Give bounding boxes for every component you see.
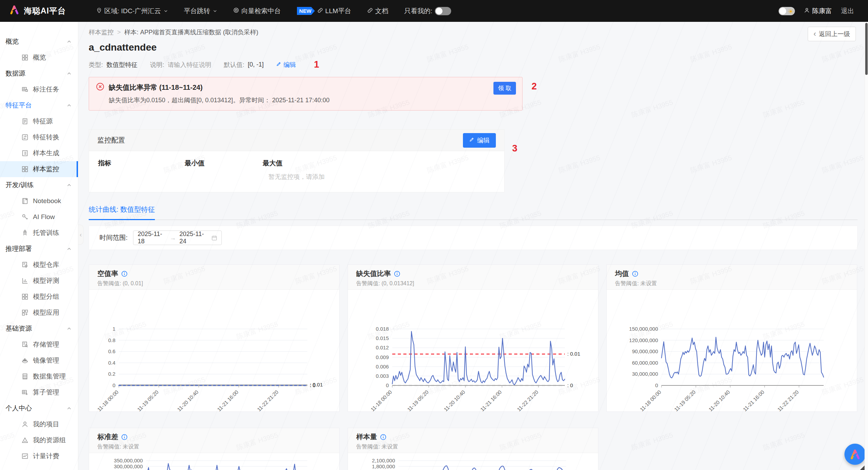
chart-title: 样本量 — [356, 432, 377, 442]
sidebar-item-my-resource-group[interactable]: 我的资源组 — [0, 432, 78, 448]
sidebar-item-sample-monitor[interactable]: 样本监控 — [0, 161, 78, 177]
sidebar-item-managed-training[interactable]: 托管训练 — [0, 225, 78, 241]
breadcrumb-separator: > — [117, 29, 121, 36]
sidebar-group-header[interactable]: 推理部署 — [0, 241, 78, 257]
person-icon — [804, 7, 810, 15]
sidebar-item-sample-generate[interactable]: 样本生成 — [0, 145, 78, 161]
sidebar-item-feature-source[interactable]: 特征源 — [0, 113, 78, 129]
svg-text:11-18 00:00: 11-18 00:00 — [369, 389, 393, 411]
only-mine-control: 只看我的: — [404, 7, 451, 16]
sidebar-item-model-repo[interactable]: 模型仓库 — [0, 257, 78, 273]
chevron-down-icon — [213, 7, 217, 15]
svg-text:11-20 10:40: 11-20 10:40 — [442, 389, 466, 411]
sidebar-item-model-group[interactable]: 模型分组 — [0, 289, 78, 305]
billing-icon — [21, 453, 28, 460]
svg-text:0.018: 0.018 — [376, 326, 389, 332]
sample-monitor-icon — [21, 166, 28, 173]
info-icon[interactable] — [121, 434, 128, 440]
edit-feature-button[interactable]: 编辑 — [276, 61, 296, 69]
sidebar-group-header[interactable]: 个人中心 — [0, 400, 78, 416]
svg-text:150,000,000: 150,000,000 — [629, 326, 658, 332]
app-logo[interactable]: 海聪AI平台 — [9, 5, 66, 17]
calendar-icon — [211, 235, 217, 241]
svg-text:0.003: 0.003 — [376, 373, 389, 379]
sidebar: 概览概览数据源标注任务特征平台特征源特征转换样本生成样本监控开发/训练Noteb… — [0, 22, 78, 470]
sidebar-group-header[interactable]: 开发/训练 — [0, 177, 78, 193]
sidebar-item-model-eval[interactable]: 模型评测 — [0, 273, 78, 289]
theme-toggle[interactable] — [779, 7, 795, 15]
my-resources-icon — [21, 437, 28, 444]
managed-training-icon — [21, 229, 28, 236]
chevron-up-icon — [67, 406, 72, 411]
sidebar-collapse-handle[interactable]: ‹ — [78, 225, 84, 245]
feature-source-icon — [21, 118, 28, 125]
feature-meta: 类型: 数值型特征 说明: 请输入特征说明 默认值: [0, -1] 编辑 1 — [89, 59, 858, 70]
chart-card-sample-count: 样本量告警阈值: 未设置0300,000600,000900,0001,200,… — [348, 428, 598, 470]
sidebar-item-dataset-mgmt[interactable]: 数据集管理 — [0, 368, 78, 384]
feature-transform-icon — [21, 134, 28, 141]
type-value: 数值型特征 — [106, 61, 138, 69]
model-repo-icon — [21, 261, 28, 268]
chart-card-null-rate: 空值率告警阈值: (0, 0.01]00.20.40.60.8111-18 00… — [89, 264, 340, 412]
sidebar-item-model-app[interactable]: 模型应用 — [0, 305, 78, 321]
sidebar-item-billing[interactable]: 计量计费 — [0, 448, 78, 464]
monitor-config-table: 指标 最小值 最大值 暂无监控项，请添加 — [89, 151, 504, 192]
breadcrumb-root-link[interactable]: 样本监控 — [89, 28, 114, 36]
chart-plot-missing-rate: 00.0030.0060.0090.0120.0150.01811-18 00:… — [348, 290, 598, 413]
info-icon[interactable] — [380, 434, 386, 440]
svg-text:0.009: 0.009 — [376, 354, 389, 360]
sidebar-group-header[interactable]: 概览 — [0, 34, 78, 50]
dataset-icon — [21, 373, 28, 380]
sidebar-item-my-projects[interactable]: 我的项目 — [0, 416, 78, 432]
tab-stat-curve[interactable]: 统计曲线: 数值型特征 — [89, 205, 155, 220]
filter-panel: 时间范围: 2025-11-18 → 2025-11-24 — [89, 226, 858, 250]
platform-jump-menu[interactable]: 平台跳转 — [184, 7, 217, 16]
logout-button[interactable]: 退出 — [841, 7, 854, 16]
user-menu[interactable]: 陈康富 — [804, 7, 832, 16]
svg-text:11-22 21:20: 11-22 21:20 — [776, 389, 800, 411]
target-icon — [233, 7, 239, 15]
error-circle-icon — [96, 82, 104, 92]
chevron-up-icon — [67, 71, 72, 76]
chart-plot-mean: 030,000,00060,000,00090,000,000120,000,0… — [607, 290, 857, 413]
scrollbar-thumb[interactable] — [865, 23, 868, 75]
edit-monitor-config-button[interactable]: 编辑 — [463, 133, 496, 148]
vector-search-link[interactable]: 向量检索中台 — [233, 7, 281, 16]
sidebar-group-header[interactable]: 数据源 — [0, 66, 78, 81]
pencil-icon — [469, 137, 474, 144]
scrollbar-track[interactable] — [865, 22, 868, 470]
llm-platform-link[interactable]: NEW LLM平台 — [297, 7, 351, 16]
sidebar-item-feature-transform[interactable]: 特征转换 — [0, 129, 78, 145]
info-icon[interactable] — [394, 271, 400, 277]
only-mine-toggle[interactable] — [435, 7, 451, 15]
sidebar-item-operator-mgmt[interactable]: 算子管理 — [0, 384, 78, 400]
annotation-2: 2 — [532, 81, 537, 92]
sidebar-item-annotation-task[interactable]: 标注任务 — [0, 81, 78, 97]
sample-generate-icon — [21, 150, 28, 157]
sidebar-item-notebook[interactable]: Notebook — [0, 193, 78, 209]
assistant-floating-button[interactable] — [844, 444, 866, 465]
tabs-bar: 统计曲线: 数值型特征 — [89, 205, 858, 220]
chevron-up-icon — [67, 103, 72, 108]
sidebar-item-storage-mgmt[interactable]: 存储管理 — [0, 337, 78, 352]
date-range-picker[interactable]: 2025-11-18 → 2025-11-24 — [133, 230, 222, 245]
info-icon[interactable] — [121, 271, 128, 277]
info-icon[interactable] — [632, 271, 638, 277]
docs-link[interactable]: 文档 — [367, 7, 388, 16]
svg-text:11-19 05:20: 11-19 05:20 — [406, 389, 430, 411]
chevron-left-icon: ‹ — [814, 32, 816, 36]
back-button[interactable]: ‹ 返回上一级 — [808, 27, 856, 41]
sidebar-item-image-mgmt[interactable]: 镜像管理 — [0, 352, 78, 368]
model-eval-icon — [21, 277, 28, 284]
claim-button[interactable]: 领 取 — [493, 82, 516, 95]
svg-text:0: 0 — [113, 382, 115, 388]
sidebar-group-header[interactable]: 特征平台 — [0, 97, 78, 113]
link-icon — [367, 7, 373, 15]
region-selector[interactable]: 区域: IDC-广州汇云 — [96, 7, 168, 16]
sidebar-item-ai-flow[interactable]: AI Flow — [0, 209, 78, 225]
alert-wrap: 缺失值比率异常 (11-18~11-24) 缺失值比率为0.0150，超出阈值[… — [89, 77, 858, 111]
sidebar-group-header[interactable]: 基础资源 — [0, 321, 78, 337]
sidebar-item-overview[interactable]: 概览 — [0, 50, 78, 66]
chevron-up-icon — [67, 39, 72, 44]
chart-title: 缺失值比率 — [356, 269, 391, 278]
